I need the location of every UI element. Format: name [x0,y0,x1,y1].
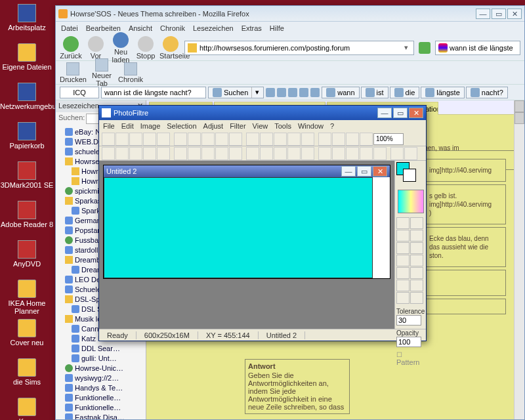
toolbar-button[interactable] [246,133,259,146]
zoom-in-icon[interactable] [266,88,275,97]
maximize-button[interactable]: ▭ [357,166,371,177]
desktop-icon[interactable]: Netzwerkumgebung [0,83,54,121]
zoom-input[interactable] [373,133,404,145]
menu-item[interactable]: Filter [230,122,245,130]
toolbar-button[interactable] [215,147,228,160]
menu-item[interactable]: Image [140,122,161,130]
toolbar-button[interactable] [116,147,129,160]
bookmark-item[interactable]: wysiwyg://2… [56,373,146,383]
close-button[interactable]: ✕ [409,108,423,118]
toolbar-button[interactable] [116,133,129,146]
tool-button[interactable] [410,267,423,279]
menu-item[interactable]: Window [298,122,324,130]
zoom-reset-icon[interactable] [288,88,297,97]
tool-button[interactable] [410,242,423,254]
tolerance-input[interactable] [396,315,421,326]
tool-button[interactable] [396,230,410,242]
toolbar-button[interactable] [174,147,187,160]
toolbar-button[interactable] [346,147,359,160]
toolbar-button[interactable] [315,133,318,146]
icq-search-input[interactable] [101,87,206,98]
toolbar-button[interactable] [188,147,201,160]
zoom-out-icon[interactable] [277,88,286,97]
bookmark-item[interactable]: Handys & Te… [56,383,146,392]
toolbar-button[interactable] [102,133,115,146]
color-picker[interactable] [398,190,424,213]
menu-item[interactable]: Lesezeichen [193,24,234,32]
bookmark-item[interactable]: Eastpak Disa… [56,412,146,419]
desktop-icon[interactable]: Papierkorb [0,122,54,160]
toolbar-button[interactable] [188,133,201,146]
desktop-icon[interactable]: AnyDVD [0,240,54,278]
menu-item[interactable]: Chronik [160,24,185,32]
pf-titlebar[interactable]: PhotoFiltre — ▭ ✕ [99,106,426,120]
opacity-input[interactable] [396,337,421,347]
toolbar-button[interactable] [274,147,287,160]
toolbar-button[interactable] [360,147,373,160]
minimize-button[interactable]: — [377,108,392,118]
keyword-chip[interactable]: längste [421,87,464,98]
tool-button[interactable] [396,280,410,291]
desktop-icon[interactable]: 3DMark2001 SE [0,161,54,200]
tool-button[interactable] [396,217,410,229]
desktop-icon[interactable]: die Sims [0,358,54,396]
url-input[interactable] [200,44,402,52]
tool-button[interactable] [410,217,423,229]
toolbar-button[interactable] [301,133,314,146]
minimize-button[interactable]: — [341,166,356,177]
toolbar-button[interactable] [157,147,170,160]
desktop-icon[interactable]: Eigene Dateien [0,43,54,81]
toolbar-button[interactable] [215,133,228,146]
keyword-chip[interactable]: die [390,87,420,98]
search-input[interactable] [450,44,515,52]
new-tab-button[interactable]: Neuer Tab [89,58,115,87]
toolbar-button[interactable] [404,147,417,160]
back-button[interactable]: Zurück [60,36,82,60]
toolbar-button[interactable] [102,147,115,160]
bookmark-item[interactable]: Howrse-Unic… [56,363,146,373]
url-dropdown-icon[interactable]: ▾ [404,43,408,52]
toolbar-button[interactable] [171,133,173,146]
toolbar-button[interactable] [301,147,314,160]
menu-item[interactable]: Datei [61,24,78,32]
close-button[interactable]: ✕ [373,166,387,177]
menu-item[interactable]: File [103,122,115,130]
toolbar-button[interactable] [318,133,331,146]
toolbar-button[interactable] [129,133,142,146]
toolbar-button[interactable] [260,133,273,146]
toolbar-button[interactable] [201,133,215,146]
toolbar-button[interactable] [260,147,273,160]
menu-item[interactable]: Bearbeiten [86,24,121,32]
tool-button[interactable] [410,255,423,266]
bookmark-item[interactable]: gulli: Unt… [56,353,146,363]
tool-button[interactable] [396,267,410,279]
pf-canvas[interactable] [104,177,373,278]
toolbar-button[interactable] [387,147,390,160]
toolbar-button[interactable] [332,133,345,146]
keyword-chip[interactable]: wann [322,87,359,98]
tool-button[interactable] [410,280,423,291]
toolbar-button[interactable] [171,147,173,160]
go-button[interactable] [419,42,430,54]
background-color[interactable] [403,169,416,182]
toolbar-button[interactable] [157,133,170,146]
desktop-icon[interactable]: Cover neu [0,319,54,357]
maximize-button[interactable]: ▭ [492,9,506,19]
maximize-button[interactable]: ▭ [393,108,408,118]
minimize-button[interactable]: — [476,9,490,19]
tool-button[interactable] [410,230,423,242]
toolbar-button[interactable] [315,147,318,160]
menu-item[interactable]: Hilfe [270,24,284,32]
forward-button[interactable]: Vor [85,36,107,60]
pf-doc-titlebar[interactable]: Untitled 2 — ▭ ✕ [104,165,390,177]
address-bar[interactable]: ▾ [184,41,414,55]
desktop-icon[interactable]: Keys [0,398,54,420]
menu-item[interactable]: Edit [121,122,134,130]
close-button[interactable]: ✕ [507,9,522,19]
keyword-chip[interactable]: ist [361,87,388,98]
toolbar-button[interactable] [346,133,359,146]
toolbar-button[interactable] [201,147,215,160]
search-box[interactable] [435,41,520,55]
toolbar-button[interactable] [229,147,242,160]
tool-button[interactable] [396,255,410,266]
